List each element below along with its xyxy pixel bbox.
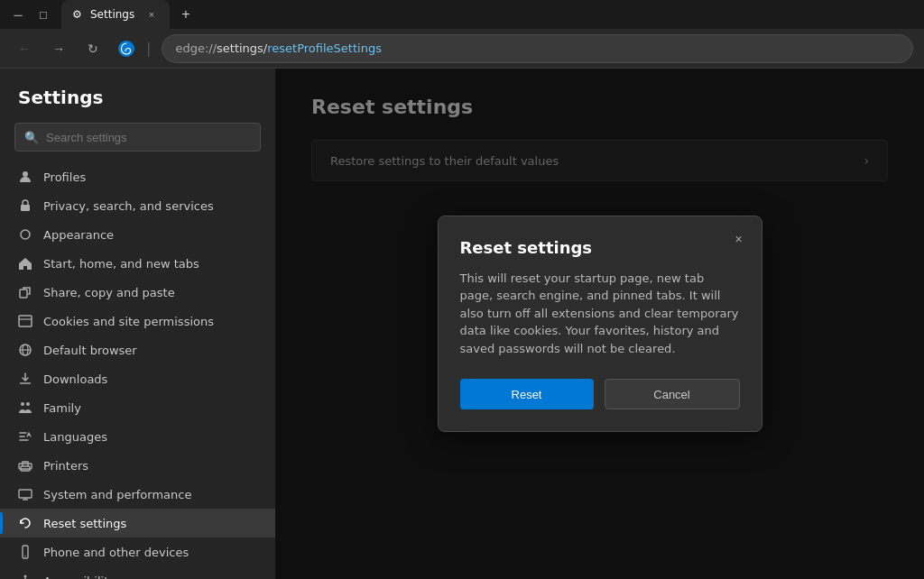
reset-confirm-btn[interactable]: Reset	[460, 379, 594, 409]
main-content: Settings 🔍 Profiles Privacy, search, and…	[0, 69, 924, 579]
profiles-icon	[18, 170, 32, 184]
titlebar: ─ □ ⚙ Settings × +	[0, 0, 924, 29]
modal-body: This will reset your startup page, new t…	[460, 270, 740, 358]
sidebar-item-printers[interactable]: Printers	[0, 451, 275, 480]
svg-point-3	[21, 230, 30, 239]
sidebar-item-default-browser[interactable]: Default browser	[0, 335, 275, 364]
family-icon	[18, 400, 32, 415]
modal-overlay: × Reset settings This will reset your st…	[275, 69, 924, 579]
modal-close-btn[interactable]: ×	[727, 227, 751, 251]
navbar: ← → ↻ | edge://settings/resetProfileSett…	[0, 29, 924, 69]
edge-logo	[117, 40, 135, 58]
sidebar-item-share-copy[interactable]: Share, copy and paste	[0, 278, 275, 307]
sidebar-item-family[interactable]: Family	[0, 393, 275, 422]
sidebar-item-downloads[interactable]: Downloads	[0, 364, 275, 393]
share-copy-icon	[18, 285, 32, 299]
tab-bar: ⚙ Settings × +	[61, 0, 199, 29]
sidebar-item-languages[interactable]: Languages	[0, 422, 275, 451]
sidebar-item-start-home[interactable]: Start, home, and new tabs	[0, 249, 275, 278]
start-home-icon	[18, 256, 32, 271]
content-area: Reset settings Restore settings to their…	[275, 69, 924, 579]
window-controls: ─ □	[7, 4, 54, 25]
search-icon: 🔍	[24, 131, 39, 144]
sidebar-item-system[interactable]: System and performance	[0, 480, 275, 509]
sidebar-item-reset-label: Reset settings	[43, 517, 126, 530]
sidebar-item-system-label: System and performance	[43, 488, 191, 501]
forward-btn[interactable]: →	[45, 35, 72, 62]
address-bar[interactable]: edge://settings/resetProfileSettings	[162, 34, 913, 63]
sidebar-item-family-label: Family	[43, 401, 81, 415]
svg-rect-4	[20, 290, 27, 298]
system-icon	[18, 487, 32, 501]
default-browser-icon	[18, 343, 32, 357]
svg-rect-2	[21, 205, 30, 211]
printers-icon	[18, 458, 32, 473]
settings-tab-label: Settings	[90, 8, 134, 21]
svg-point-12	[26, 402, 30, 406]
cancel-btn[interactable]: Cancel	[605, 379, 740, 409]
sidebar-item-languages-label: Languages	[43, 430, 107, 444]
search-box[interactable]: 🔍	[14, 123, 261, 152]
svg-point-11	[21, 402, 24, 406]
refresh-btn[interactable]: ↻	[79, 35, 106, 62]
svg-point-19	[24, 556, 25, 556]
modal-actions: Reset Cancel	[460, 379, 740, 409]
reset-icon	[18, 516, 32, 530]
modal-title: Reset settings	[460, 238, 740, 257]
phone-icon	[18, 545, 32, 559]
address-separator: |	[146, 40, 151, 57]
sidebar-item-privacy[interactable]: Privacy, search, and services	[0, 191, 275, 220]
search-input[interactable]	[46, 131, 251, 144]
sidebar-item-cookies[interactable]: Cookies and site permissions	[0, 307, 275, 335]
sidebar-item-profiles-label: Profiles	[43, 170, 86, 184]
sidebar-item-privacy-label: Privacy, search, and services	[43, 199, 214, 213]
new-tab-btn[interactable]: +	[173, 2, 199, 27]
sidebar-title: Settings	[0, 87, 275, 123]
reset-dialog: × Reset settings This will reset your st…	[438, 216, 762, 433]
sidebar-item-appearance[interactable]: Appearance	[0, 220, 275, 249]
window-maximize-btn[interactable]: □	[32, 4, 54, 25]
address-protocol: edge://	[175, 41, 217, 55]
address-text: edge://settings/resetProfileSettings	[175, 41, 382, 55]
settings-tab[interactable]: ⚙ Settings ×	[61, 0, 170, 29]
sidebar-item-profiles[interactable]: Profiles	[0, 162, 275, 191]
settings-tab-icon: ⚙	[72, 8, 85, 21]
sidebar-item-downloads-label: Downloads	[43, 372, 107, 386]
sidebar-item-reset[interactable]: Reset settings	[0, 509, 275, 538]
svg-rect-5	[19, 316, 32, 326]
appearance-icon	[18, 227, 32, 242]
privacy-icon	[18, 198, 32, 213]
sidebar-item-phone[interactable]: Phone and other devices	[0, 538, 275, 566]
accessibility-icon	[18, 574, 32, 579]
window-minimize-btn[interactable]: ─	[7, 4, 29, 25]
back-btn[interactable]: ←	[11, 35, 38, 62]
sidebar-item-share-copy-label: Share, copy and paste	[43, 286, 175, 299]
sidebar-item-cookies-label: Cookies and site permissions	[43, 315, 214, 328]
sidebar-item-default-browser-label: Default browser	[43, 344, 137, 357]
close-tab-btn[interactable]: ×	[144, 7, 159, 22]
sidebar-item-accessibility[interactable]: Accessibility	[0, 566, 275, 579]
svg-rect-15	[19, 490, 32, 498]
languages-icon	[18, 429, 32, 444]
svg-point-20	[24, 575, 27, 578]
cookies-icon	[18, 314, 32, 328]
svg-point-1	[23, 171, 28, 177]
sidebar-item-appearance-label: Appearance	[43, 228, 114, 242]
sidebar-item-printers-label: Printers	[43, 459, 88, 473]
sidebar-item-phone-label: Phone and other devices	[43, 546, 189, 559]
sidebar: Settings 🔍 Profiles Privacy, search, and…	[0, 69, 275, 579]
sidebar-item-accessibility-label: Accessibility	[43, 574, 116, 580]
sidebar-item-start-home-label: Start, home, and new tabs	[43, 257, 199, 271]
downloads-icon	[18, 372, 32, 386]
